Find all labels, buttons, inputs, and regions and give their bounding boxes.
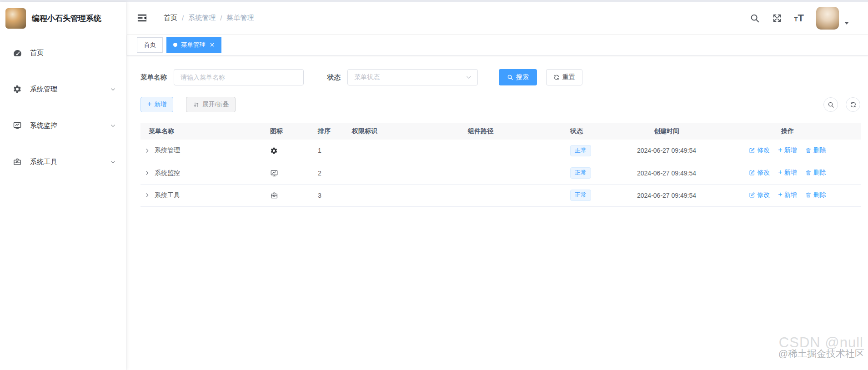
refresh-table-button[interactable]: [846, 97, 860, 112]
avatar[interactable]: [816, 7, 839, 30]
menu-created: 2024-06-27 09:49:54: [619, 184, 714, 206]
col-header-status: 状态: [566, 123, 619, 140]
sidebar-item-label: 系统管理: [30, 85, 57, 94]
menu-order: 1: [313, 140, 347, 162]
add-child-link[interactable]: + 新增: [778, 146, 797, 155]
breadcrumb-home[interactable]: 首页: [164, 14, 177, 22]
delete-link[interactable]: 删除: [805, 146, 826, 155]
menu-order: 3: [313, 184, 347, 206]
plus-icon: +: [778, 169, 782, 176]
col-header-name: 菜单名称: [140, 123, 266, 140]
sidebar-fold-icon[interactable]: [137, 13, 147, 23]
search-icon: [507, 74, 513, 80]
tab-home[interactable]: 首页: [137, 37, 163, 53]
trash-icon: [805, 170, 812, 176]
sidebar-item-label: 系统监控: [30, 121, 57, 130]
chevron-down-icon: [110, 159, 116, 165]
delete-link[interactable]: 删除: [805, 191, 826, 199]
active-dot-icon: [173, 43, 177, 47]
menu-permission: [347, 184, 463, 206]
menu-name-input[interactable]: [174, 69, 304, 85]
user-menu[interactable]: [816, 7, 849, 30]
sort-updown-icon: [193, 101, 200, 108]
add-button[interactable]: + 新增: [140, 97, 173, 112]
plus-icon: +: [778, 191, 782, 198]
reset-button[interactable]: 重置: [546, 69, 582, 85]
breadcrumb: 首页 / 系统管理 / 菜单管理: [164, 14, 254, 22]
status-badge: 正常: [570, 167, 591, 179]
menu-name: 系统监控: [155, 169, 180, 177]
breadcrumb-system[interactable]: 系统管理: [188, 14, 216, 22]
app-logo-row[interactable]: 编程小石头管理系统: [0, 2, 126, 35]
status-badge: 正常: [570, 190, 591, 201]
table-toolbar: + 新增 展开/折叠: [140, 97, 861, 112]
tags-view-bar: 首页 菜单管理: [127, 35, 868, 55]
tab-menu-management[interactable]: 菜单管理: [166, 37, 221, 53]
expand-collapse-button[interactable]: 展开/折叠: [186, 97, 236, 112]
menu-component: [463, 184, 566, 206]
menu-permission: [347, 140, 463, 162]
col-header-permission: 权限标识: [347, 123, 463, 140]
sidebar-item-home[interactable]: 首页: [0, 35, 126, 71]
sidebar-item-system-management[interactable]: 系统管理: [0, 71, 126, 107]
col-header-order: 排序: [313, 123, 347, 140]
breadcrumb-separator: /: [220, 14, 222, 22]
col-header-component: 组件路径: [463, 123, 566, 140]
add-child-link[interactable]: + 新增: [778, 169, 797, 177]
gear-icon: [12, 84, 22, 94]
app-logo-image: [5, 8, 26, 29]
font-size-icon[interactable]: TT: [794, 12, 804, 24]
expand-row-icon[interactable]: [144, 148, 150, 154]
menu-order: 2: [313, 162, 347, 184]
edit-link[interactable]: 修改: [749, 191, 770, 199]
col-header-icon: 图标: [266, 123, 313, 140]
toolbox-icon: [12, 157, 22, 167]
edit-link[interactable]: 修改: [749, 146, 770, 155]
delete-link[interactable]: 删除: [805, 169, 826, 177]
close-icon[interactable]: [210, 42, 215, 47]
add-child-link[interactable]: + 新增: [778, 191, 797, 199]
table-row: 系统监控 2 正常 2024-06-27 09:49:54: [140, 162, 861, 184]
chevron-down-icon: [110, 86, 116, 92]
table-row: 系统管理 1 正常 2024-06-27 09:49:54: [140, 140, 861, 162]
filter-form: 菜单名称 状态 菜单状态 搜索 重置: [140, 69, 861, 85]
refresh-icon: [850, 101, 857, 108]
sidebar-item-label: 首页: [30, 49, 44, 57]
tab-label: 菜单管理: [181, 41, 206, 49]
refresh-icon: [553, 74, 560, 80]
fullscreen-icon[interactable]: [772, 13, 782, 23]
status-select[interactable]: 菜单状态: [347, 69, 478, 85]
breadcrumb-menu: 菜单管理: [226, 14, 254, 22]
col-header-created: 创建时间: [619, 123, 714, 140]
sidebar-item-system-monitor[interactable]: 系统监控: [0, 107, 126, 144]
sidebar-item-label: 系统工具: [30, 158, 57, 166]
search-icon: [828, 101, 834, 108]
page-content: 菜单名称 状态 菜单状态 搜索 重置: [127, 55, 868, 207]
menu-name: 系统工具: [155, 191, 180, 200]
app-title: 编程小石头管理系统: [32, 13, 101, 24]
menu-name-label: 菜单名称: [140, 73, 167, 82]
toggle-search-button[interactable]: [823, 97, 838, 112]
status-label: 状态: [327, 73, 341, 82]
chevron-down-icon: [466, 74, 472, 80]
expand-row-icon[interactable]: [144, 170, 150, 176]
menu-created: 2024-06-27 09:49:54: [619, 162, 714, 184]
menu-component: [463, 140, 566, 162]
toolbox-icon: [270, 191, 309, 200]
plus-icon: +: [778, 146, 782, 154]
edit-icon: [749, 170, 755, 176]
menu-component: [463, 162, 566, 184]
search-icon[interactable]: [750, 13, 760, 23]
sidebar-item-system-tools[interactable]: 系统工具: [0, 144, 126, 180]
edit-icon: [749, 192, 755, 198]
edit-link[interactable]: 修改: [749, 169, 770, 177]
search-button[interactable]: 搜索: [499, 69, 537, 85]
top-navbar: 首页 / 系统管理 / 菜单管理 TT: [127, 2, 868, 35]
monitor-icon: [270, 169, 309, 177]
table-header-row: 菜单名称 图标 排序 权限标识 组件路径 状态 创建时间 操作: [140, 123, 861, 140]
sidebar: 编程小石头管理系统 首页 系统管理 系统监控: [0, 2, 126, 370]
status-select-placeholder: 菜单状态: [354, 73, 466, 81]
trash-icon: [805, 192, 812, 198]
expand-row-icon[interactable]: [144, 192, 150, 198]
plus-icon: +: [147, 100, 151, 108]
